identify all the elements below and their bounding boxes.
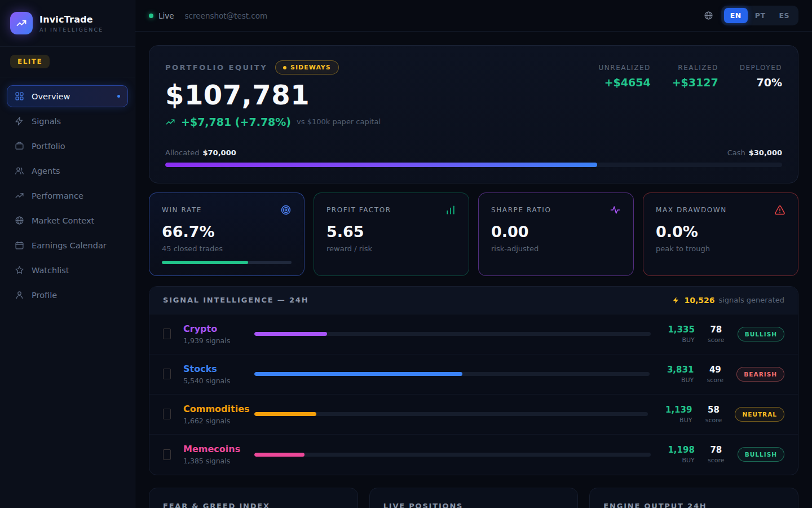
sidebar-item-portfolio[interactable]: Portfolio (7, 135, 128, 157)
allocated-label: Allocated (165, 148, 200, 157)
main-area: Live screenshot@test.com EN PT ES PORTFO… (135, 0, 812, 508)
signal-row-stocks[interactable]: Stocks 5,540 signals 3,831 BUY 49 score (149, 354, 798, 395)
sidebar: InvicTrade AI INTELLIGENCE ELITE Overvie… (0, 0, 135, 508)
asset-name-block: Crypto 1,939 signals (183, 323, 246, 345)
sidebar-item-overview[interactable]: Overview (7, 85, 128, 107)
asset-name-block: Stocks 5,540 signals (183, 364, 246, 385)
score-label: score (705, 376, 725, 384)
asset-metrics: 1,198 BUY 78 score BULLISH (664, 445, 784, 464)
allocation-section: Allocated$70,000 Cash$30,000 (165, 148, 782, 167)
score-metric: 78 score (706, 325, 726, 344)
grid-icon (15, 91, 24, 101)
allocated-value: $70,000 (203, 148, 236, 157)
signals-generated-stat: 10,526 signals generated (672, 296, 784, 305)
portfolio-equity-label: PORTFOLIO EQUITY (165, 63, 267, 72)
win-rate-sub: 45 closed trades (162, 244, 292, 253)
cash-text: Cash$30,000 (727, 148, 782, 157)
max-drawdown-value: 0.0% (656, 223, 785, 240)
win-rate-label: WIN RATE (162, 206, 202, 214)
target-icon (280, 204, 292, 216)
signal-row-commodities[interactable]: Commodities 1,662 signals 1,139 BUY 58 s… (149, 395, 798, 435)
signal-intelligence-header: SIGNAL INTELLIGENCE — 24H 10,526 signals… (149, 287, 798, 314)
user-email: screenshot@test.com (185, 11, 268, 20)
equity-change-note: vs $100k paper capital (297, 117, 381, 126)
score-value: 58 (703, 405, 723, 415)
deployed-stat: DEPLOYED 70% (740, 64, 782, 89)
asset-name-block: Commodities 1,662 signals (183, 404, 246, 425)
sidebar-item-label: Market Context (32, 216, 94, 225)
signal-intelligence-title: SIGNAL INTELLIGENCE — 24H (163, 296, 308, 304)
sidebar-item-signals[interactable]: Signals (7, 110, 128, 132)
alert-triangle-icon (774, 204, 785, 216)
signal-row-memecoins[interactable]: Memecoins 1,385 signals 1,198 BUY 78 sco… (149, 435, 798, 475)
fear-greed-index-title: FEAR & GREED INDEX (163, 502, 344, 508)
portfolio-equity-card: PORTFOLIO EQUITY SIDEWAYS $107,781 +$7,7… (149, 45, 798, 183)
lightning-icon (15, 116, 24, 126)
score-value: 49 (705, 365, 725, 375)
score-label: score (703, 417, 723, 424)
score-metric: 49 score (705, 365, 725, 384)
language-button-es[interactable]: ES (773, 8, 796, 23)
active-indicator-dot (117, 95, 120, 98)
unrealized-value: +$4654 (599, 76, 651, 89)
asset-signal-count: 1,385 signals (183, 457, 246, 465)
topbar: Live screenshot@test.com EN PT ES (135, 0, 812, 32)
sidebar-item-performance[interactable]: Performance (7, 185, 128, 207)
asset-icon-placeholder (163, 369, 171, 379)
asset-icon-placeholder (163, 449, 171, 460)
fear-greed-index-card: FEAR & GREED INDEX (149, 488, 358, 508)
stat-cards-row: WIN RATE 66.7% 45 closed trades PROFIT F… (149, 192, 798, 276)
allocation-progress-track (165, 163, 782, 167)
sidebar-item-label: Agents (32, 167, 60, 176)
asset-name: Stocks (183, 364, 246, 374)
asset-metrics: 1,139 BUY 58 score NEUTRAL (661, 405, 784, 424)
live-positions-card: LIVE POSITIONS (369, 488, 579, 508)
sidebar-item-profile[interactable]: Profile (7, 284, 128, 306)
deployed-label: DEPLOYED (740, 64, 782, 72)
elite-plan-badge: ELITE (10, 55, 50, 68)
bar-chart-icon (445, 204, 456, 216)
sidebar-item-agents[interactable]: Agents (7, 160, 128, 182)
sidebar-item-label: Profile (32, 291, 57, 300)
equity-change: +$7,781 (+7.78%) (181, 116, 291, 128)
globe-icon (15, 216, 24, 225)
signal-share-track (254, 372, 650, 376)
sidebar-item-label: Watchlist (32, 266, 69, 275)
trending-up-icon (15, 191, 24, 200)
sharpe-ratio-card: SHARPE RATIO 0.00 risk-adjusted (478, 192, 634, 276)
sentiment-badge: BULLISH (738, 447, 784, 462)
signal-share-track (254, 412, 648, 416)
sidebar-item-earnings-calendar[interactable]: Earnings Calendar (7, 234, 128, 256)
engine-output-title: ENGINE OUTPUT 24H (603, 502, 784, 508)
lightning-bolt-icon (672, 296, 680, 304)
buy-metric: 1,139 BUY (661, 405, 692, 424)
unrealized-stat: UNREALIZED +$4654 (599, 64, 651, 89)
profit-factor-label: PROFIT FACTOR (326, 206, 391, 214)
win-rate-card: WIN RATE 66.7% 45 closed trades (149, 192, 304, 276)
sidebar-item-label: Overview (32, 92, 70, 101)
activity-pulse-icon (610, 204, 621, 216)
equity-value: $107,781 (165, 80, 381, 110)
sidebar-item-label: Portfolio (32, 142, 65, 151)
signal-row-crypto[interactable]: Crypto 1,939 signals 1,335 BUY 78 score (149, 314, 798, 354)
buy-metric: 3,831 BUY (663, 365, 694, 384)
language-button-pt[interactable]: PT (749, 8, 772, 23)
realized-label: REALIZED (672, 64, 718, 72)
signal-share-track (254, 332, 651, 336)
language-button-en[interactable]: EN (724, 8, 748, 23)
score-label: score (706, 457, 726, 464)
buy-count: 1,198 (664, 445, 695, 455)
profit-factor-value: 5.65 (326, 223, 456, 240)
asset-signal-count: 1,939 signals (183, 336, 246, 345)
score-metric: 78 score (706, 445, 726, 464)
brand-name: InvicTrade (39, 14, 104, 25)
buy-label: BUY (663, 376, 694, 384)
buy-count: 3,831 (663, 365, 694, 375)
signal-intelligence-card: SIGNAL INTELLIGENCE — 24H 10,526 signals… (149, 286, 798, 475)
brand-text: InvicTrade AI INTELLIGENCE (39, 14, 104, 33)
signal-share-fill (254, 332, 327, 336)
equity-main: PORTFOLIO EQUITY SIDEWAYS $107,781 +$7,7… (165, 60, 381, 128)
asset-name-block: Memecoins 1,385 signals (183, 444, 246, 465)
sidebar-item-watchlist[interactable]: Watchlist (7, 259, 128, 281)
sidebar-item-market-context[interactable]: Market Context (7, 209, 128, 231)
